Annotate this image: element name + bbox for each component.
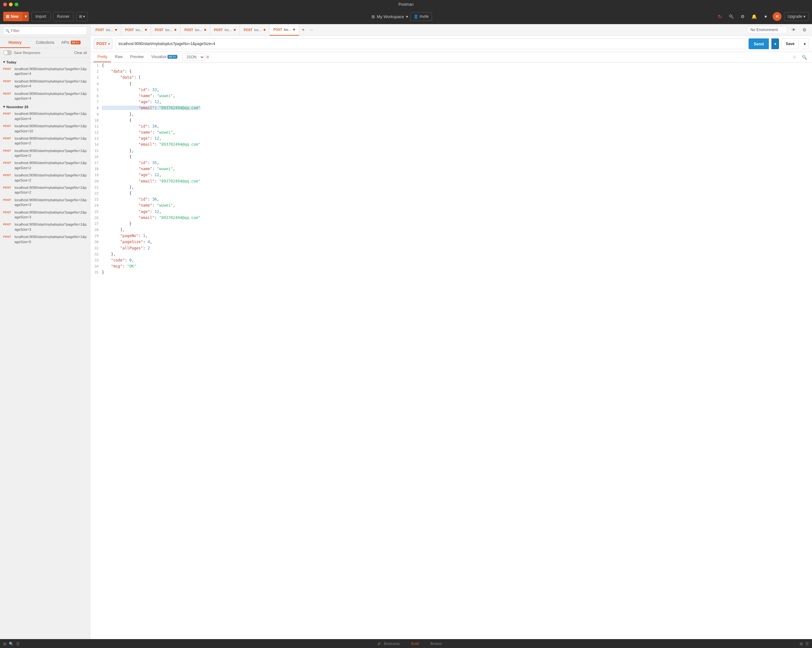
close-button[interactable] [3,3,7,6]
settings-icon-button[interactable]: ⚙ [800,25,809,34]
tab-raw[interactable]: Raw [111,52,126,62]
list-item[interactable]: POST localhost:9090/start/mybatisplus?pa… [0,172,90,184]
settings-button[interactable]: ⚙ [739,12,747,21]
invite-icon: 👤 [414,14,418,19]
list-item[interactable]: POST localhost:9090/start/mybatisplus?pa… [0,196,90,209]
request-tab-5[interactable]: POST loc... [210,24,240,35]
save-dropdown[interactable]: ▾ [801,38,809,49]
invite-button[interactable]: 👤 Invite [410,12,432,21]
notifications-button[interactable]: 🔔 [750,12,759,21]
environment-select[interactable]: No Environment [747,26,787,34]
layout-button[interactable]: ⊞ ▾ [76,12,88,21]
browse-tab[interactable]: Browse [428,641,445,646]
tab-visualize[interactable]: Visualize BETA [148,52,181,62]
code-line: 25 "age": 12, [90,209,812,215]
method-badge: POST [3,173,13,177]
runner-button[interactable]: Runner [53,12,73,21]
request-tab-4[interactable]: POST loc... [180,24,210,35]
line-number: 3 [90,75,102,81]
status-icon-2[interactable]: 🔍 [9,642,14,646]
grid-icon: ⊞ [371,14,375,19]
code-line: 15 }, [90,148,812,154]
search-response-button[interactable]: 🔍 [800,53,809,61]
status-icon-3[interactable]: ☰ [16,642,20,646]
build-tab[interactable]: Build [409,641,421,646]
list-item[interactable]: POST localhost:9090/start/mybatisplus?pa… [0,221,90,233]
status-icon-right-2[interactable]: ☰ [805,642,809,646]
list-item[interactable]: POST localhost:9090/start/mybatisplus?pa… [0,209,90,221]
history-group-today: ▾ Today [0,57,90,66]
list-item[interactable]: POST localhost:9090/start/mybatisplus?pa… [0,159,90,172]
send-button[interactable]: Send [749,38,769,49]
status-bar: ⊞ 🔍 ☰ 🎓 Bootcamp Build Browse ⊞ ☰ [0,639,812,648]
request-tab-1[interactable]: POST loc... [92,24,121,35]
new-dropdown-arrow[interactable]: ▾ [23,12,29,21]
unsaved-dot [204,29,206,31]
code-line: 1{ [90,63,812,69]
list-item[interactable]: POST localhost:9090/start/mybatisplus?pa… [0,122,90,135]
line-number: 19 [90,172,102,178]
avatar-button[interactable]: H [773,12,781,21]
history-url: localhost:9090/start/mybatisplus?pageNo=… [15,173,87,183]
code-line: 14 "email": "893702494@qq.com" [90,142,812,148]
import-button[interactable]: Import [31,12,50,21]
line-content: } [102,269,812,275]
sort-icon[interactable]: ≡ [206,54,209,60]
workspace-button[interactable]: ⊞ My Workspace ▾ [371,14,408,19]
method-select[interactable]: POST ▾ [93,38,113,49]
add-tab-button[interactable]: + [299,27,307,33]
list-item[interactable]: POST localhost:9090/start/mybatisplus?pa… [0,90,90,102]
bootcamp-tab[interactable]: 🎓 Bootcamp [375,641,403,646]
url-input[interactable] [115,38,746,49]
more-tabs-button[interactable]: ··· [307,28,316,32]
line-number: 17 [90,160,102,166]
tab-apis[interactable]: APIs BETA [60,38,90,48]
history-url: localhost:9090/start/mybatisplus?pageNo=… [15,79,87,89]
list-item[interactable]: POST localhost:9090/start/mybatisplus?pa… [0,147,90,160]
line-number: 7 [90,99,102,105]
list-item[interactable]: POST localhost:9090/start/mybatisplus?pa… [0,110,90,122]
toolbar: ⊞ New ▾ Import Runner ⊞ ▾ ⊞ My Workspace… [0,9,812,24]
send-dropdown[interactable]: ▾ [771,38,779,49]
eye-icon-button[interactable]: 👁 [789,25,798,34]
line-content: "id": 35, [102,160,812,166]
line-number: 4 [90,81,102,87]
clear-all-button[interactable]: Clear all [74,51,87,55]
sync-button[interactable]: ↻ [716,12,725,21]
status-icon-right-1[interactable]: ⊞ [800,642,803,646]
new-button[interactable]: ⊞ New ▾ [3,12,29,21]
code-line: 32 }, [90,251,812,257]
heart-button[interactable]: ♥ [761,12,770,21]
tab-method: POST [125,28,134,32]
list-item[interactable]: POST localhost:9090/start/mybatisplus?pa… [0,233,90,246]
method-badge: POST [3,136,13,140]
line-number: 24 [90,203,102,208]
request-tab-6[interactable]: POST loc... [240,24,269,35]
save-button[interactable]: Save [781,38,799,49]
unsaved-dot [115,29,117,31]
list-item[interactable]: POST localhost:9090/start/mybatisplus?pa… [0,66,90,78]
request-tab-7-active[interactable]: POST loc... [270,24,299,35]
tab-history[interactable]: History [0,38,30,48]
history-url: localhost:9090/start/mybatisplus?pageNo=… [15,67,87,76]
tab-collections[interactable]: Collections [30,38,60,48]
maximize-button[interactable] [15,3,18,6]
list-item[interactable]: POST localhost:9090/start/mybatisplus?pa… [0,78,90,90]
save-responses-toggle[interactable] [3,50,12,55]
tab-preview[interactable]: Preview [126,52,148,62]
tab-pretty[interactable]: Pretty [93,52,111,62]
request-tab-2[interactable]: POST loc... [121,24,151,35]
filter-input[interactable] [3,27,87,35]
list-item[interactable]: POST localhost:9090/start/mybatisplus?pa… [0,184,90,196]
unsaved-dot [234,29,236,31]
minimize-button[interactable] [9,3,13,6]
list-item[interactable]: POST localhost:9090/start/mybatisplus?pa… [0,135,90,147]
interceptor-button[interactable]: 🔌 [727,12,736,21]
copy-button[interactable]: ⧉ [790,53,799,61]
status-icon-1[interactable]: ⊞ [3,642,6,646]
upgrade-button[interactable]: Upgrade ▾ [784,12,809,21]
method-label: POST [96,41,107,46]
request-tab-3[interactable]: POST loc... [151,24,180,35]
tab-url: loc... [254,28,262,32]
format-select[interactable]: JSON XML HTML Text [182,53,205,61]
